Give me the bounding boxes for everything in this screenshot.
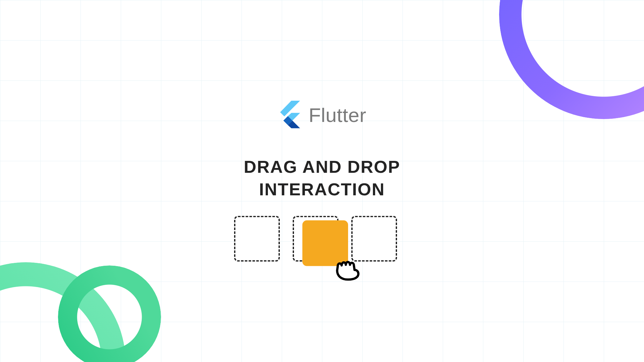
- title-line-1: DRAG AND DROP: [244, 157, 400, 176]
- drop-zone-row: [234, 216, 410, 262]
- decor-ring-green-small: [58, 265, 161, 362]
- brand-name: Flutter: [308, 104, 366, 126]
- flutter-logo-icon: [278, 100, 300, 129]
- content-stage: Flutter DRAG AND DROP INTERACTION: [234, 100, 410, 261]
- brand-row: Flutter: [278, 100, 366, 129]
- drop-zone-1[interactable]: [234, 216, 280, 262]
- page-title: DRAG AND DROP INTERACTION: [244, 155, 400, 200]
- title-line-2: INTERACTION: [259, 180, 385, 199]
